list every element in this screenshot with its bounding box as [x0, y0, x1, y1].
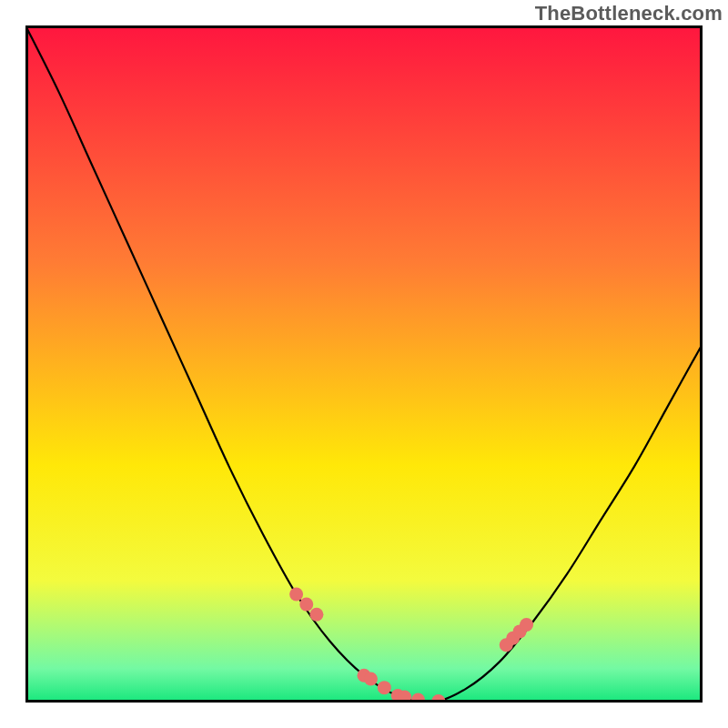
highlight-marker: [289, 587, 303, 601]
highlight-marker: [364, 672, 378, 685]
highlight-marker-group: [289, 587, 533, 703]
markers-layer: [25, 25, 703, 703]
highlight-marker: [520, 618, 533, 632]
attribution-label: TheBottleneck.com: [535, 2, 723, 25]
chart-container: TheBottleneck.com: [0, 0, 728, 728]
highlight-marker: [411, 693, 425, 703]
highlight-marker: [378, 681, 391, 694]
highlight-marker: [309, 608, 323, 622]
plot-area: [25, 25, 703, 703]
highlight-marker: [431, 694, 445, 703]
highlight-marker: [299, 598, 313, 612]
